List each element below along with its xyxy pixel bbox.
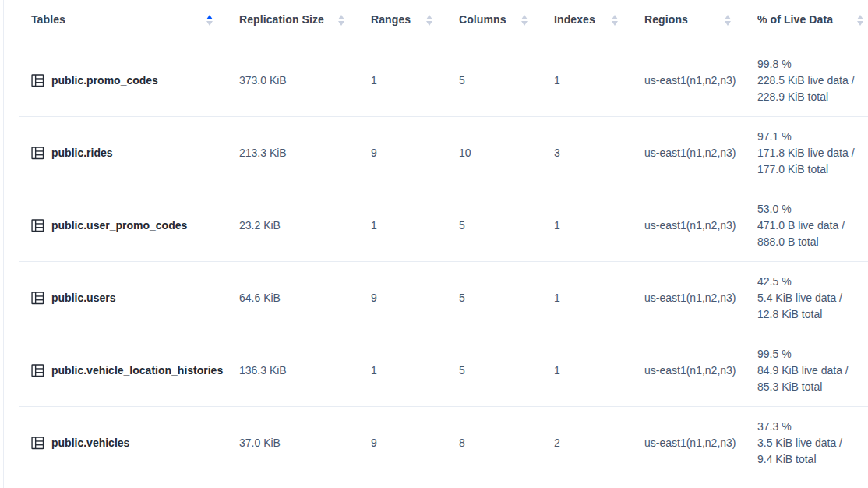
table-row: public.promo_codes 373.0 KiB 1 5 1 us-ea… [19, 44, 868, 117]
live-percent: 99.8 % [757, 56, 868, 72]
live-percent: 99.5 % [757, 346, 868, 362]
live-percent: 37.3 % [757, 419, 868, 435]
indexes-cell: 1 [554, 74, 644, 87]
table-name-cell[interactable]: public.vehicles [19, 437, 239, 450]
sort-desc-icon [521, 21, 528, 26]
table-row: public.user_promo_codes 23.2 KiB 1 5 1 u… [19, 189, 868, 262]
columns-cell: 8 [459, 437, 554, 449]
sort-arrows-icon[interactable] [612, 15, 618, 26]
sort-arrows-icon[interactable] [857, 15, 863, 26]
sort-asc-icon [725, 15, 731, 19]
tables-list-page: Tables Replication Size Ranges Columns I… [0, 0, 868, 479]
columns-cell: 5 [459, 219, 554, 232]
table-name-cell[interactable]: public.promo_codes [19, 74, 239, 87]
column-header-regions[interactable]: Regions [644, 13, 757, 30]
sort-desc-icon [338, 21, 344, 26]
sort-asc-icon [857, 15, 863, 19]
sort-asc-icon [521, 15, 528, 19]
column-header-tables-label: Tables [31, 13, 65, 30]
total-data-size: 85.3 KiB total [757, 379, 868, 395]
columns-cell: 5 [459, 364, 554, 377]
table-name-cell[interactable]: public.user_promo_codes [19, 219, 239, 232]
sort-arrows-icon[interactable] [521, 15, 528, 26]
column-header-replication-size-label: Replication Size [239, 13, 324, 30]
regions-cell: us-east1(n1,n2,n3) [644, 147, 757, 159]
live-percent: 97.1 % [757, 129, 868, 145]
column-header-replication-size[interactable]: Replication Size [239, 13, 371, 30]
regions-cell: us-east1(n1,n2,n3) [644, 74, 757, 87]
table-name-cell[interactable]: public.users [19, 292, 239, 305]
table-name-cell[interactable]: public.vehicle_location_histories [19, 364, 239, 377]
live-data-size: 3.5 KiB live data / [757, 435, 868, 451]
total-data-size: 12.8 KiB total [757, 306, 868, 323]
live-data-cell: 42.5 % 5.4 KiB live data / 12.8 KiB tota… [757, 274, 868, 323]
column-header-columns-label: Columns [459, 13, 506, 30]
sort-desc-icon [206, 21, 213, 26]
live-data-size: 171.8 KiB live data / [757, 145, 868, 161]
total-data-size: 228.9 KiB total [757, 89, 868, 105]
sort-desc-icon [725, 21, 731, 26]
live-data-size: 471.0 B live data / [757, 217, 868, 234]
sort-desc-icon [612, 21, 618, 26]
ranges-cell: 1 [371, 74, 459, 87]
total-data-size: 9.4 KiB total [757, 451, 868, 468]
sort-arrows-icon[interactable] [338, 15, 344, 26]
column-header-indexes-label: Indexes [554, 13, 595, 30]
sort-asc-icon [206, 15, 213, 19]
table-name-link[interactable]: public.vehicles [51, 437, 129, 449]
regions-cell: us-east1(n1,n2,n3) [644, 364, 757, 377]
sort-desc-icon [426, 21, 432, 26]
table-row: public.rides 213.3 KiB 9 10 3 us-east1(n… [19, 117, 868, 189]
ranges-cell: 9 [371, 147, 459, 159]
replication-size-cell: 373.0 KiB [239, 74, 371, 87]
table-row: public.users 64.6 KiB 9 5 1 us-east1(n1,… [19, 262, 868, 334]
total-data-size: 888.0 B total [757, 234, 868, 250]
table-name-link[interactable]: public.promo_codes [51, 74, 158, 87]
table-icon [31, 74, 44, 87]
sort-asc-icon [338, 15, 344, 19]
live-data-size: 228.5 KiB live data / [757, 72, 868, 89]
column-header-ranges[interactable]: Ranges [371, 13, 459, 30]
ranges-cell: 1 [371, 219, 459, 232]
column-header-ranges-label: Ranges [371, 13, 411, 30]
table-icon [31, 147, 44, 160]
indexes-cell: 1 [554, 292, 644, 304]
table-name-link[interactable]: public.rides [51, 147, 113, 159]
column-header-indexes[interactable]: Indexes [554, 13, 644, 30]
regions-cell: us-east1(n1,n2,n3) [644, 437, 757, 449]
live-data-cell: 53.0 % 471.0 B live data / 888.0 B total [757, 201, 868, 250]
column-header-live-data[interactable]: % of Live Data [757, 13, 868, 30]
live-data-size: 5.4 KiB live data / [757, 290, 868, 306]
ranges-cell: 1 [371, 364, 459, 377]
table-header-row: Tables Replication Size Ranges Columns I… [19, 0, 868, 44]
live-percent: 42.5 % [757, 274, 868, 290]
columns-cell: 5 [459, 74, 554, 87]
live-data-cell: 99.8 % 228.5 KiB live data / 228.9 KiB t… [757, 56, 868, 105]
table-row: public.vehicles 37.0 KiB 9 8 2 us-east1(… [19, 407, 868, 479]
total-data-size: 177.0 KiB total [757, 161, 868, 178]
indexes-cell: 3 [554, 147, 644, 159]
indexes-cell: 2 [554, 437, 644, 449]
replication-size-cell: 37.0 KiB [239, 437, 371, 449]
live-data-cell: 37.3 % 3.5 KiB live data / 9.4 KiB total [757, 419, 868, 468]
table-name-cell[interactable]: public.rides [19, 147, 239, 160]
column-header-regions-label: Regions [644, 13, 688, 30]
table-icon [31, 437, 44, 450]
sort-arrows-icon[interactable] [206, 15, 213, 26]
table-name-link[interactable]: public.user_promo_codes [51, 219, 187, 232]
column-header-tables[interactable]: Tables [19, 13, 239, 30]
replication-size-cell: 64.6 KiB [239, 292, 371, 304]
live-data-cell: 99.5 % 84.9 KiB live data / 85.3 KiB tot… [757, 346, 868, 395]
table-name-link[interactable]: public.vehicle_location_histories [51, 364, 223, 377]
ranges-cell: 9 [371, 292, 459, 304]
live-data-cell: 97.1 % 171.8 KiB live data / 177.0 KiB t… [757, 129, 868, 178]
sort-asc-icon [426, 15, 432, 19]
sort-arrows-icon[interactable] [725, 15, 731, 26]
regions-cell: us-east1(n1,n2,n3) [644, 219, 757, 232]
column-header-columns[interactable]: Columns [459, 13, 554, 30]
table-row: public.vehicle_location_histories 136.3 … [19, 334, 868, 407]
sort-arrows-icon[interactable] [426, 15, 432, 26]
table-name-link[interactable]: public.users [51, 292, 115, 304]
columns-cell: 10 [459, 147, 554, 159]
column-header-live-data-label: % of Live Data [757, 13, 833, 30]
